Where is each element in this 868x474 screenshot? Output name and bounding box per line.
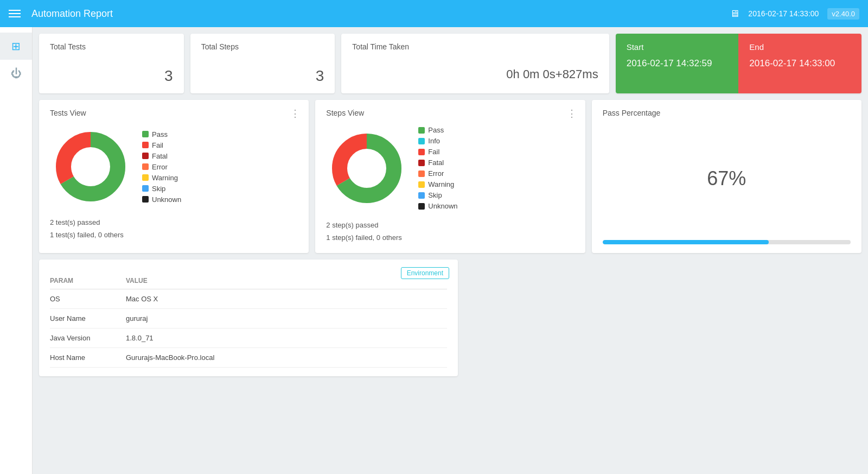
legend-label: Fail xyxy=(152,141,163,149)
legend-item: Skip xyxy=(142,185,181,193)
legend-color xyxy=(142,174,149,181)
total-steps-value: 3 xyxy=(201,67,324,85)
legend-color xyxy=(142,163,149,170)
stats-row: Total Tests 3 Total Steps 3 Total Time T… xyxy=(39,34,861,93)
svg-point-7 xyxy=(349,151,384,186)
tests-footer-line2: 1 test(s) failed, 0 others xyxy=(50,229,298,241)
legend-label: Fatal xyxy=(152,152,168,160)
env-param: OS xyxy=(50,289,126,308)
hamburger-menu[interactable] xyxy=(9,10,21,17)
empty-bottom-card xyxy=(464,260,861,376)
sidebar: ⊞ ⏻ xyxy=(0,27,33,474)
end-card: End 2016-02-17 14:33:00 xyxy=(738,34,861,93)
legend-item: Skip xyxy=(418,191,457,199)
legend-color xyxy=(142,196,149,203)
legend-item: Unknown xyxy=(142,195,181,204)
steps-view-title: Steps View xyxy=(326,109,574,117)
env-value: Mac OS X xyxy=(126,289,447,308)
legend-item: Fatal xyxy=(142,152,181,160)
legend-label: Error xyxy=(152,163,168,171)
tests-view-title: Tests View xyxy=(50,109,298,117)
legend-color xyxy=(142,142,149,148)
env-value: 1.8.0_71 xyxy=(126,328,447,347)
legend-label: Skip xyxy=(152,185,165,193)
env-col-value: VALUE xyxy=(126,273,447,289)
charts-row: Tests View ⋮ xyxy=(39,100,861,253)
table-row: User Namegururaj xyxy=(50,308,447,328)
pass-percentage-title: Pass Percentage xyxy=(603,109,851,117)
content-area: Total Tests 3 Total Steps 3 Total Time T… xyxy=(33,27,868,474)
steps-view-menu[interactable]: ⋮ xyxy=(567,108,577,119)
legend-item: Warning xyxy=(142,174,181,182)
legend-item: Error xyxy=(418,169,457,178)
table-row: OSMac OS X xyxy=(50,289,447,308)
env-param: User Name xyxy=(50,308,126,328)
total-steps-label: Total Steps xyxy=(201,42,324,51)
legend-color xyxy=(142,131,149,137)
sidebar-item-power[interactable]: ⏻ xyxy=(0,60,32,87)
env-value: Gururajs-MacBook-Pro.local xyxy=(126,347,447,367)
sidebar-item-dashboard[interactable]: ⊞ xyxy=(0,33,32,60)
steps-legend: PassInfoFailFatalErrorWarningSkipUnknown xyxy=(418,126,457,210)
monitor-icon: 🖥 xyxy=(730,8,739,20)
app-title: Automation Report xyxy=(31,8,730,20)
table-row: Host NameGururajs-MacBook-Pro.local xyxy=(50,347,447,367)
tests-footer: 2 test(s) passed 1 test(s) failed, 0 oth… xyxy=(50,216,298,242)
legend-label: Fail xyxy=(428,148,439,156)
total-time-card: Total Time Taken 0h 0m 0s+827ms xyxy=(341,34,609,93)
env-table: PARAM VALUE OSMac OS XUser NamegururajJa… xyxy=(50,273,447,368)
legend-color xyxy=(418,170,425,177)
legend-label: Pass xyxy=(152,130,168,138)
legend-label: Skip xyxy=(428,191,442,199)
legend-color xyxy=(142,153,149,159)
legend-label: Unknown xyxy=(152,195,181,204)
legend-label: Error xyxy=(428,169,444,178)
steps-view-card: Steps View ⋮ PassInfoFailFatalErrorWarni… xyxy=(315,100,585,253)
svg-point-3 xyxy=(73,149,108,184)
legend-item: Unknown xyxy=(418,202,457,210)
legend-label: Warning xyxy=(428,180,454,188)
legend-item: Error xyxy=(142,163,181,171)
tests-view-card: Tests View ⋮ xyxy=(39,100,309,253)
total-steps-card: Total Steps 3 xyxy=(190,34,335,93)
tests-footer-line1: 2 test(s) passed xyxy=(50,216,298,229)
legend-color xyxy=(418,149,425,155)
legend-label: Pass xyxy=(428,126,444,134)
legend-label: Info xyxy=(428,137,440,145)
total-tests-label: Total Tests xyxy=(50,42,173,51)
dashboard-icon: ⊞ xyxy=(11,40,21,53)
steps-donut xyxy=(326,128,407,209)
environment-badge: Environment xyxy=(401,267,449,279)
header-datetime: 2016-02-17 14:33:00 xyxy=(748,9,819,18)
legend-item: Fail xyxy=(418,148,457,156)
end-label: End xyxy=(749,42,851,52)
progress-bar-wrap xyxy=(603,240,851,244)
header-version: v2.40.0 xyxy=(827,8,859,20)
datetime-card: Start 2016-02-17 14:32:59 End 2016-02-17… xyxy=(616,34,861,93)
steps-footer-line2: 1 step(s) failed, 0 others xyxy=(326,231,574,244)
table-row: Java Version1.8.0_71 xyxy=(50,328,447,347)
env-value: gururaj xyxy=(126,308,447,328)
total-tests-card: Total Tests 3 xyxy=(39,34,184,93)
env-param: Host Name xyxy=(50,347,126,367)
tests-donut xyxy=(50,126,131,207)
legend-item: Pass xyxy=(142,130,181,138)
power-icon: ⏻ xyxy=(11,67,22,80)
env-col-param: PARAM xyxy=(50,273,126,289)
legend-item: Warning xyxy=(418,180,457,188)
header-right: 🖥 2016-02-17 14:33:00 v2.40.0 xyxy=(730,8,859,20)
start-label: Start xyxy=(627,42,728,52)
legend-item: Fail xyxy=(142,141,181,149)
start-card: Start 2016-02-17 14:32:59 xyxy=(616,34,739,93)
end-value: 2016-02-17 14:33:00 xyxy=(749,58,851,69)
total-time-label: Total Time Taken xyxy=(352,42,598,51)
legend-label: Warning xyxy=(152,174,178,182)
pass-percentage-value: 67% xyxy=(603,117,851,240)
legend-color xyxy=(418,138,425,144)
steps-view-inner: PassInfoFailFatalErrorWarningSkipUnknown xyxy=(326,126,574,210)
total-tests-value: 3 xyxy=(50,67,173,85)
environment-card: Environment PARAM VALUE OSMac OS XUser N… xyxy=(39,260,458,376)
legend-color xyxy=(418,203,425,210)
legend-color xyxy=(142,185,149,192)
tests-view-menu[interactable]: ⋮ xyxy=(290,108,300,119)
